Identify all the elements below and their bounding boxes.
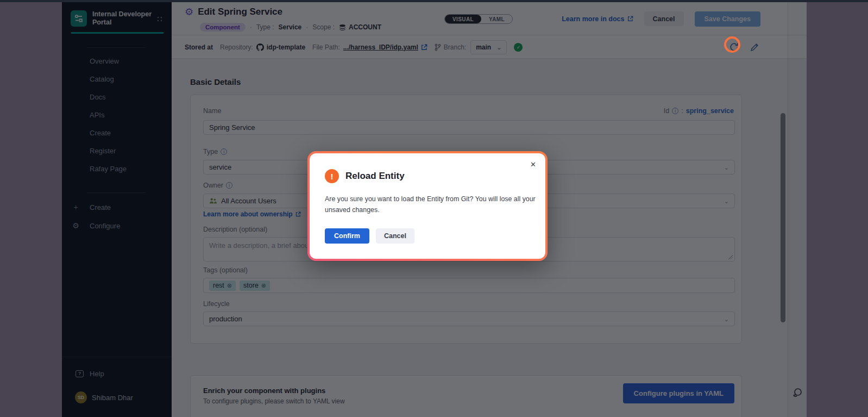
close-icon[interactable]: ✕ xyxy=(530,160,536,169)
confirm-button[interactable]: Confirm xyxy=(325,228,369,244)
app-window: Internal Developer Portal Overview Catal… xyxy=(62,2,807,417)
modal-highlight-border: ✕ ! Reload Entity Are you sure you want … xyxy=(307,151,548,261)
warning-icon: ! xyxy=(325,169,339,183)
reload-highlight-ring xyxy=(724,36,740,53)
reload-entity-dialog: ✕ ! Reload Entity Are you sure you want … xyxy=(310,153,545,259)
modal-body-text: Are you sure you want to load the Entity… xyxy=(325,194,542,215)
modal-title: Reload Entity xyxy=(345,171,405,182)
modal-cancel-button[interactable]: Cancel xyxy=(376,228,414,244)
